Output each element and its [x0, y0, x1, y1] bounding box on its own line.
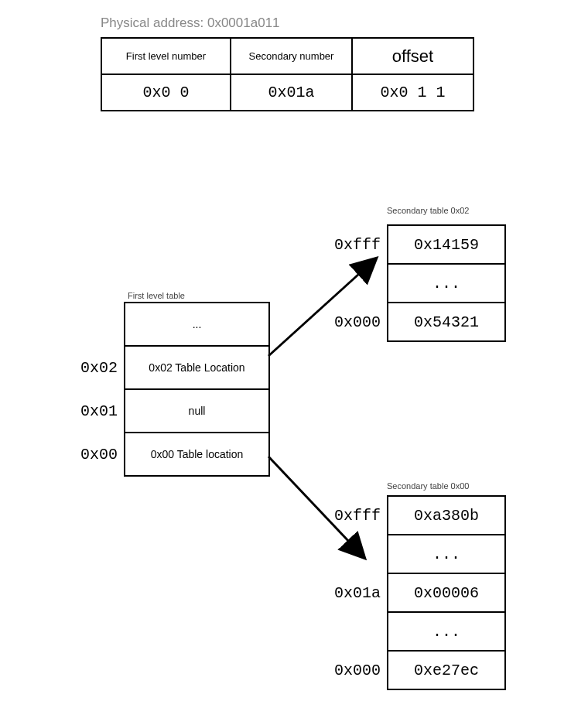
row-value: 0x54321 [414, 313, 479, 331]
table-row: 0xfff 0x14159 [388, 226, 504, 265]
breakdown-header: Secondary number [231, 39, 351, 75]
table-row: 0x000 0xe27ec [388, 652, 504, 690]
physical-address-label: Physical address: 0x0001a011 [101, 15, 280, 31]
secondary-table-title: Secondary table 0x02 [387, 206, 469, 215]
row-value: 0x00006 [414, 584, 479, 602]
row-value: ... [432, 275, 460, 292]
row-value: null [189, 405, 206, 417]
row-index: 0x00 [80, 446, 118, 463]
secondary-table-0x02: 0xfff 0x14159 ... 0x000 0x54321 [387, 224, 506, 342]
row-index: 0x000 [334, 662, 381, 679]
row-index: 0x000 [334, 313, 381, 331]
breakdown-value: 0x01a [231, 75, 351, 110]
diagram-canvas: Physical address: 0x0001a011 First level… [0, 0, 588, 708]
breakdown-header: offset [353, 39, 473, 75]
secondary-table-title: Secondary table 0x00 [387, 481, 469, 491]
table-row: 0x01 null [125, 390, 268, 433]
row-value: 0x14159 [414, 236, 479, 254]
breakdown-value: 0x0 0 [102, 75, 230, 110]
row-value: 0x02 Table Location [149, 361, 244, 374]
row-value: ... [432, 623, 460, 641]
breakdown-value: 0x0 1 1 [353, 75, 473, 110]
breakdown-header: First level number [102, 39, 230, 75]
row-value: ... [193, 318, 202, 330]
table-row: ... [125, 303, 268, 347]
table-row: 0x00 0x00 Table location [125, 433, 268, 477]
arrow-icon [268, 259, 375, 356]
table-row: 0x000 0x54321 [388, 303, 504, 342]
row-value: 0xe27ec [414, 662, 479, 679]
row-index: 0x01 [80, 402, 118, 420]
address-breakdown-table: First level number 0x0 0 Secondary numbe… [101, 37, 474, 111]
table-row: 0x02 0x02 Table Location [125, 347, 268, 390]
row-index: 0xfff [334, 507, 381, 525]
row-index: 0xfff [334, 236, 381, 254]
row-value: 0x00 Table location [151, 448, 244, 460]
first-level-table-title: First level table [128, 291, 185, 300]
table-row: 0xfff 0xa380b [388, 497, 504, 535]
row-value: ... [432, 546, 460, 563]
secondary-table-0x00: 0xfff 0xa380b ... 0x01a 0x00006 ... 0x00… [387, 495, 506, 690]
table-row: 0x01a 0x00006 [388, 574, 504, 613]
first-level-table: ... 0x02 0x02 Table Location 0x01 null 0… [124, 302, 270, 477]
row-index: 0x01a [334, 584, 381, 602]
table-row: ... [388, 613, 504, 652]
table-row: ... [388, 265, 504, 303]
table-row: ... [388, 535, 504, 574]
row-index: 0x02 [80, 359, 118, 377]
row-value: 0xa380b [414, 507, 479, 525]
